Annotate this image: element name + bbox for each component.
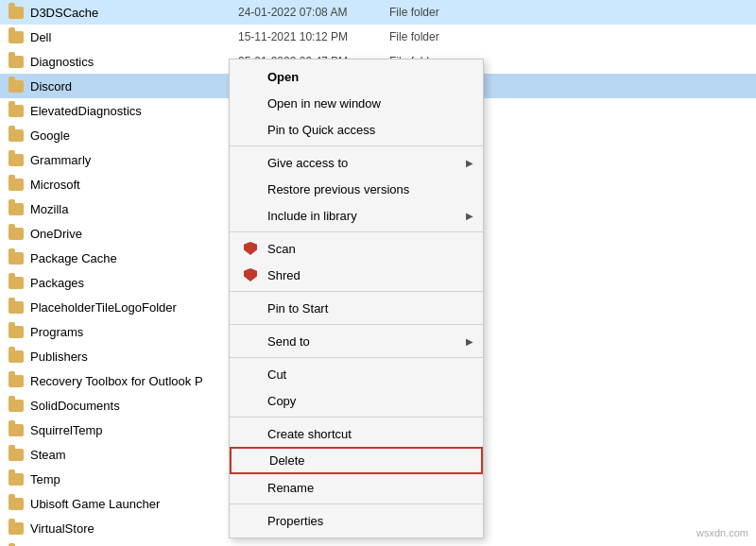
menu-item-label: Cut	[267, 367, 286, 382]
menu-separator	[230, 417, 483, 418]
menu-item-label: Create shortcut	[267, 427, 352, 441]
menu-item-label: Open	[267, 70, 299, 84]
menu-item-label: Send to	[267, 334, 310, 349]
menu-item-label: Give access to	[267, 156, 348, 170]
menu-item-open-in-new-window[interactable]: Open in new window	[230, 90, 483, 116]
folder-icon	[8, 4, 25, 21]
folder-icon	[8, 520, 25, 537]
menu-separator	[230, 291, 483, 292]
menu-item-label: Include in library	[267, 209, 357, 223]
file-name: Publishers	[30, 350, 238, 364]
chevron-right-icon: ▶	[466, 336, 473, 347]
folder-icon	[8, 323, 25, 340]
folder-icon	[8, 77, 25, 94]
menu-item-label: Pin to Quick access	[267, 123, 375, 137]
folder-icon	[8, 225, 25, 242]
folder-icon	[8, 200, 25, 217]
menu-item-label: Properties	[267, 514, 323, 528]
file-name: Discord	[30, 79, 238, 94]
folder-icon	[8, 249, 25, 266]
file-name: PlaceholderTileLogoFolder	[30, 300, 238, 315]
menu-item-label: Open in new window	[267, 96, 381, 111]
file-name: ElevatedDiagnostics	[30, 104, 238, 118]
list-item[interactable]: D3DSCache24-01-2022 07:08 AMFile folder	[0, 0, 756, 25]
folder-icon	[8, 372, 25, 389]
chevron-right-icon: ▶	[466, 158, 473, 168]
mcafee-shield-icon	[243, 241, 258, 256]
menu-item-label: Delete	[269, 453, 305, 468]
menu-item-label: Scan	[267, 242, 296, 256]
watermark: wsxdn.com	[696, 527, 748, 538]
folder-icon	[8, 495, 25, 512]
menu-separator	[230, 324, 483, 325]
list-item[interactable]: Dell15-11-2021 10:12 PMFile folder	[0, 25, 756, 49]
menu-item-cut[interactable]: Cut	[230, 361, 483, 387]
folder-icon	[8, 127, 25, 144]
menu-item-pin-to-quick-access[interactable]: Pin to Quick access	[230, 116, 483, 143]
menu-item-give-access-to[interactable]: Give access to▶	[230, 149, 483, 176]
menu-separator	[230, 145, 483, 146]
file-name: Google	[30, 128, 238, 143]
menu-item-label: Rename	[267, 481, 314, 495]
folder-icon	[8, 348, 25, 365]
menu-item-label: Pin to Start	[267, 301, 328, 316]
context-menu: OpenOpen in new windowPin to Quick acces…	[229, 59, 484, 538]
mcafee-shield-icon	[243, 267, 258, 282]
file-date: 24-01-2022 07:08 AM	[238, 6, 389, 19]
menu-item-open[interactable]: Open	[230, 63, 483, 90]
folder-icon	[8, 274, 25, 291]
file-type: File folder	[389, 6, 748, 19]
menu-item-create-shortcut[interactable]: Create shortcut	[230, 420, 483, 447]
folder-icon	[8, 176, 25, 193]
folder-icon	[8, 151, 25, 168]
file-name: OneDrive	[30, 227, 238, 241]
folder-icon	[8, 299, 25, 316]
file-name: Mozilla	[30, 202, 238, 216]
menu-separator	[230, 357, 483, 358]
file-name: Package Cache	[30, 251, 238, 265]
file-name: Steam	[30, 448, 238, 462]
file-name: Dell	[30, 30, 238, 44]
folder-icon	[8, 397, 25, 414]
file-name: Programs	[30, 325, 238, 339]
file-name: Microsoft	[30, 178, 238, 192]
menu-item-shred[interactable]: Shred	[230, 262, 483, 288]
folder-icon	[8, 421, 25, 438]
folder-icon	[8, 28, 25, 45]
file-name: Grammarly	[30, 153, 238, 167]
menu-item-rename[interactable]: Rename	[230, 474, 483, 501]
menu-item-label: Shred	[267, 268, 301, 282]
file-name: D3DSCache	[30, 6, 238, 20]
file-name: Recovery Toolbox for Outlook P	[30, 374, 238, 388]
menu-item-scan[interactable]: Scan	[230, 235, 483, 262]
menu-item-pin-to-start[interactable]: Pin to Start	[230, 295, 483, 321]
folder-icon	[8, 470, 25, 487]
file-name: Diagnostics	[30, 55, 238, 69]
menu-item-copy[interactable]: Copy	[230, 387, 483, 414]
list-item[interactable]: WhatsApp...folder	[0, 540, 756, 546]
menu-separator	[230, 503, 483, 504]
file-name: Temp	[30, 472, 238, 486]
folder-icon	[8, 102, 25, 119]
menu-item-restore-previous-versions[interactable]: Restore previous versions	[230, 176, 483, 202]
file-type: File folder	[389, 30, 748, 43]
menu-separator	[230, 231, 483, 232]
menu-item-send-to[interactable]: Send to▶	[230, 328, 483, 354]
file-name: SquirrelTemp	[30, 423, 238, 437]
file-name: VirtualStore	[30, 521, 238, 536]
chevron-right-icon: ▶	[466, 211, 473, 221]
menu-item-label: Restore previous versions	[267, 182, 409, 196]
folder-icon	[8, 446, 25, 463]
folder-icon	[8, 53, 25, 70]
menu-item-delete[interactable]: Delete	[230, 447, 483, 474]
menu-item-include-in-library[interactable]: Include in library▶	[230, 202, 483, 229]
file-name: Packages	[30, 276, 238, 290]
file-name: SolidDocuments	[30, 399, 238, 413]
menu-item-label: Copy	[267, 394, 296, 408]
menu-item-properties[interactable]: Properties	[230, 507, 483, 534]
file-date: 15-11-2021 10:12 PM	[238, 30, 389, 43]
file-name: Ubisoft Game Launcher	[30, 497, 238, 511]
